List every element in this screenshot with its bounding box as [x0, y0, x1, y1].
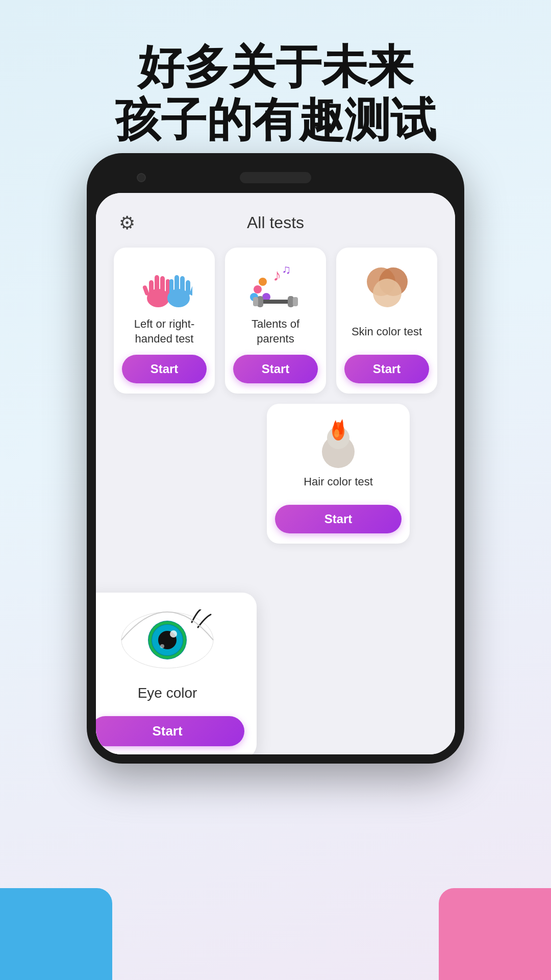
card-eye-color: Eye color Start	[96, 593, 257, 754]
hands-svg	[136, 262, 192, 308]
svg-rect-7	[169, 279, 173, 295]
start-btn-hair[interactable]: Start	[275, 505, 402, 533]
eye-svg	[116, 609, 218, 671]
card-label-hair: Hair color test	[304, 467, 373, 497]
row-2-area: Eye color Start	[109, 404, 442, 623]
svg-rect-18	[260, 300, 291, 304]
svg-point-12	[254, 285, 262, 293]
svg-point-36	[334, 429, 339, 437]
skin-svg	[359, 262, 415, 308]
card-label-left-right: Left or right-handed test	[122, 317, 207, 347]
phone-mockup: ⚙ All tests	[87, 153, 464, 764]
bg-blue-block	[0, 888, 112, 980]
hair-icon-area	[308, 416, 369, 467]
svg-text:♫: ♫	[282, 262, 291, 276]
card-talents: ♪ ♫ Talents of parents Start	[225, 248, 326, 394]
bg-pink-block	[439, 888, 551, 980]
svg-rect-1	[149, 280, 154, 296]
svg-rect-2	[155, 275, 159, 295]
svg-rect-9	[180, 276, 185, 295]
svg-rect-8	[174, 275, 179, 295]
svg-point-31	[170, 630, 177, 638]
start-btn-talents[interactable]: Start	[233, 355, 318, 383]
hair-svg	[308, 415, 369, 469]
cards-row-1: Left or right-handed test Start	[109, 248, 442, 394]
svg-point-32	[160, 644, 164, 648]
svg-rect-5	[142, 285, 149, 296]
talents-svg: ♪ ♫	[245, 261, 306, 310]
app-title: All tests	[247, 213, 304, 232]
app-content: ⚙ All tests	[96, 193, 455, 754]
svg-rect-10	[186, 280, 190, 296]
card-skin-color: Skin color test Start	[336, 248, 437, 394]
svg-rect-22	[293, 297, 298, 306]
eye-icon-area	[116, 607, 218, 673]
svg-rect-4	[166, 279, 170, 295]
skin-icon-area	[356, 260, 417, 311]
card-left-right-handed: Left or right-handed test Start	[114, 248, 215, 394]
start-btn-left-right[interactable]: Start	[122, 355, 207, 383]
hands-icon-area	[134, 260, 195, 311]
card-label-talents: Talents of parents	[233, 317, 318, 347]
talents-icon-area: ♪ ♫	[245, 260, 306, 311]
headline-text: 好多关于未来 孩子的有趣测试	[0, 41, 551, 146]
svg-rect-3	[160, 276, 165, 295]
svg-point-25	[373, 279, 402, 307]
start-btn-eye[interactable]: Start	[96, 716, 244, 746]
card-hair-color: Hair color test Start	[267, 404, 410, 544]
headline-section: 好多关于未来 孩子的有趣测试	[0, 0, 551, 177]
start-btn-skin[interactable]: Start	[344, 355, 429, 383]
card-label-eye: Eye color	[138, 678, 197, 708]
card-label-skin: Skin color test	[352, 317, 422, 347]
phone-frame: ⚙ All tests	[87, 153, 464, 764]
app-header: ⚙ All tests	[109, 208, 442, 248]
svg-rect-21	[253, 297, 258, 306]
phone-screen: ⚙ All tests	[96, 193, 455, 754]
svg-point-15	[259, 278, 267, 286]
settings-icon[interactable]: ⚙	[119, 212, 135, 234]
svg-text:♪: ♪	[273, 266, 281, 284]
